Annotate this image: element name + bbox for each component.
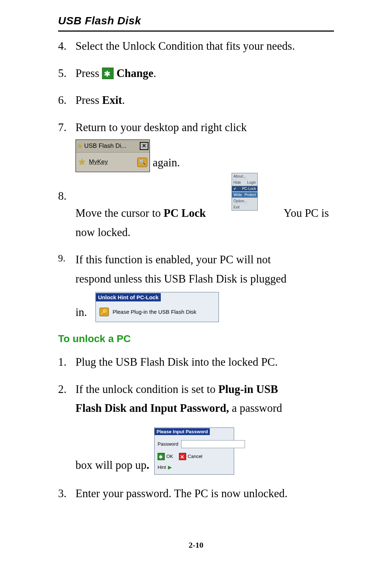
menu-item: Option...: [232, 198, 249, 204]
context-menu-image: About... Hide Login ✔ PC-Lock Write Prot…: [232, 173, 258, 211]
password-dialog-image: Please Input Password Password OK Cancel…: [154, 427, 234, 475]
text: box will pop up: [75, 459, 146, 471]
text: Press: [75, 94, 102, 106]
ok-icon: [158, 453, 165, 460]
step-text: Press Change.: [75, 67, 156, 80]
cancel-icon: [179, 453, 186, 460]
step-number: 9.: [58, 250, 75, 267]
bold-text: Plug-in USB: [218, 383, 278, 395]
instruction-list-b: 1.Plug the USB Flash Disk into the locke…: [58, 353, 334, 503]
password-title: Please Input Password: [155, 428, 210, 435]
step-number: 2.: [58, 380, 75, 399]
bold-text: Change: [114, 67, 153, 80]
text: .: [122, 94, 125, 106]
hint-message: Please Plug-in the USB Flash Disk: [113, 307, 196, 317]
hint-label: Hint: [158, 463, 166, 471]
bold-text: Flash Disk and Input Password,: [75, 402, 229, 414]
text: again.: [153, 156, 180, 169]
step-text: Select the Unlock Condition that fits yo…: [75, 40, 295, 52]
text: .: [154, 67, 156, 80]
text: a password: [229, 402, 282, 414]
step-number: 6.: [58, 91, 75, 110]
password-label: Password: [158, 440, 178, 448]
star-icon: ★: [78, 155, 86, 170]
text: If the unlock condition is set to: [75, 383, 218, 395]
step-number: 1.: [58, 353, 75, 372]
hint-dialog-image: Unlock Hint of PC-Lock 🔑 Please Plug-in …: [95, 292, 219, 322]
hint-title: Unlock Hint of PC-Lock: [96, 293, 161, 301]
mykey-body: ★ MyKey: [76, 153, 150, 172]
text-line: respond unless this USB Flash Disk is pl…: [75, 269, 329, 289]
text: in.: [75, 306, 87, 319]
instruction-list-a: 4.Select the Unlock Condition that fits …: [58, 37, 334, 322]
bold-text: PC Lock: [164, 207, 206, 219]
close-icon: ✕: [140, 142, 148, 150]
change-icon: [102, 68, 114, 79]
step-7: 7. Return to your desktop and right clic…: [58, 118, 334, 172]
step-8: 8. Move the cursor to PC Lock About... H…: [58, 187, 334, 242]
step-number: 7.: [58, 118, 75, 137]
step-text: Return to your desktop and right click ★…: [75, 118, 329, 172]
section-heading: To unlock a PC: [58, 333, 334, 345]
text-line: Return to your desktop and right click: [75, 118, 329, 137]
text-line: If this function is enabled, your PC wil…: [75, 250, 329, 269]
step-text: If this function is enabled, your PC wil…: [75, 250, 329, 322]
mykey-titlebar: ★ USB Flash Di... ✕: [76, 140, 150, 153]
step-number: 4.: [58, 37, 75, 56]
menu-item: Login: [246, 180, 257, 186]
text: Press: [75, 67, 102, 80]
button-label: OK: [166, 453, 173, 461]
page-title: USB Flash Disk: [58, 15, 334, 32]
step-number: 3.: [58, 484, 75, 503]
step-b2: 2. If the unlock condition is set to Plu…: [58, 380, 334, 475]
menu-item-highlight: Write Protect: [232, 192, 257, 198]
ok-button[interactable]: OK: [158, 453, 173, 461]
bold-text: .: [146, 459, 149, 471]
step-4: 4.Select the Unlock Condition that fits …: [58, 37, 334, 56]
mykey-window-image: ★ USB Flash Di... ✕ ★ MyKey: [75, 139, 150, 172]
arrow-icon: ▶: [168, 463, 172, 471]
document-page: USB Flash Disk 4.Select the Unlock Condi…: [0, 0, 392, 568]
step-number: 5.: [58, 64, 75, 83]
text-line: now locked.: [75, 223, 329, 242]
step-b3: 3.Enter your password. The PC is now unl…: [58, 484, 334, 503]
bold-text: Exit: [102, 94, 122, 106]
step-5: 5.Press Change.: [58, 64, 334, 83]
step-text: Press Exit.: [75, 94, 125, 106]
magnifier-icon: [137, 158, 147, 167]
hint-row[interactable]: Hint ▶: [155, 462, 234, 474]
mykey-title: USB Flash Di...: [84, 141, 140, 151]
key-icon: 🔑: [99, 308, 109, 316]
step-text: Move the cursor to PC Lock About... Hide…: [75, 187, 329, 242]
cancel-button[interactable]: Cancel: [179, 453, 202, 461]
step-text: If the unlock condition is set to Plug-i…: [75, 380, 329, 475]
menu-item: Exit: [232, 204, 241, 210]
step-text: Plug the USB Flash Disk into the locked …: [75, 353, 329, 372]
button-label: Cancel: [188, 453, 202, 461]
menu-item: Hide: [232, 180, 242, 186]
text: Move the cursor to: [75, 207, 164, 219]
password-input[interactable]: [181, 440, 245, 448]
page-number: 2-10: [0, 540, 392, 550]
step-number: 8.: [58, 187, 75, 206]
menu-item-selected: ✔ PC-Lock: [232, 186, 257, 192]
step-b1: 1.Plug the USB Flash Disk into the locke…: [58, 353, 334, 372]
step-9: 9. If this function is enabled, your PC …: [58, 250, 334, 322]
text: You PC is: [284, 204, 329, 223]
menu-item: About...: [232, 174, 247, 179]
step-text: Enter your password. The PC is now unloc…: [75, 484, 329, 503]
step-6: 6.Press Exit.: [58, 91, 334, 110]
star-icon: ★: [77, 141, 83, 152]
mykey-label: MyKey: [89, 157, 134, 167]
